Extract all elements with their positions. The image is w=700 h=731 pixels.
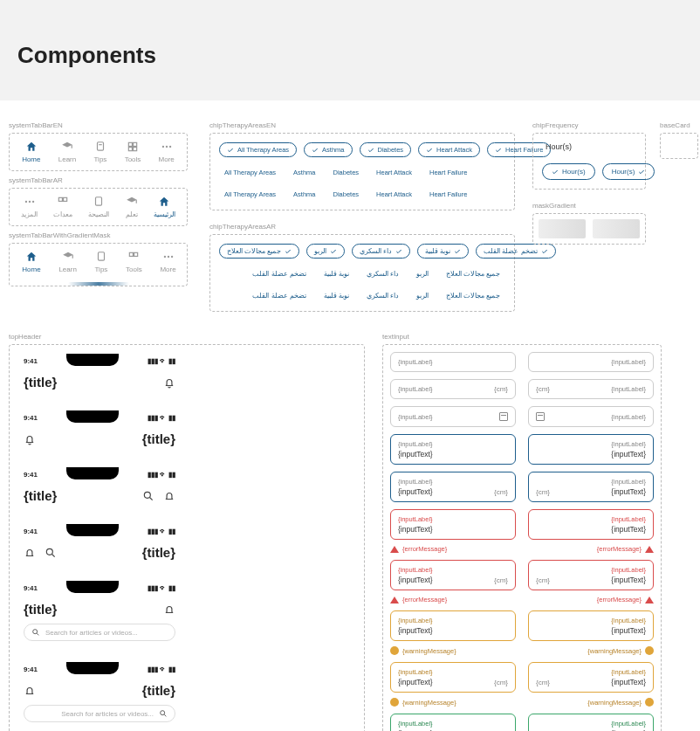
tab-tools-ar[interactable]: معدات: [53, 196, 72, 218]
tab-learn[interactable]: Learn: [58, 251, 76, 273]
bell-icon[interactable]: [24, 685, 36, 697]
tab-home[interactable]: Home: [22, 251, 40, 273]
bell-icon[interactable]: [24, 433, 36, 445]
chip[interactable]: الربو: [306, 244, 345, 259]
search-icon[interactable]: [142, 490, 154, 502]
chip[interactable]: داء السكري: [352, 244, 410, 259]
tab-more-ar[interactable]: المزيد: [21, 196, 38, 218]
text-input-error-rtl[interactable]: {inputLabel}{inputText}{cm}: [528, 560, 654, 590]
chip-plain[interactable]: All Therapy Areas: [219, 166, 281, 179]
text-input-rtl[interactable]: {inputLabel}: [528, 406, 654, 427]
text-input-error-rtl[interactable]: {inputLabel}{inputText}: [528, 509, 654, 540]
header-variant: 9:41▮▮▮ᯤ▮▮ {title}: [17, 465, 182, 510]
text-input-error[interactable]: {inputLabel}{inputText}{cm}: [390, 560, 516, 590]
bell-icon[interactable]: [24, 547, 36, 559]
bell-icon[interactable]: [163, 603, 175, 616]
chip-frequency: Hour(s) Hour(s) Hour(s): [532, 133, 646, 190]
chip[interactable]: All Therapy Areas: [219, 142, 297, 157]
tab-more[interactable]: More: [159, 141, 175, 163]
freq-chip[interactable]: Hour(s): [602, 163, 655, 180]
text-input-rtl[interactable]: {inputLabel}: [528, 352, 654, 372]
chip-plain[interactable]: داء السكري: [361, 289, 404, 302]
text-input[interactable]: {inputLabel}: [390, 352, 516, 372]
chip-plain[interactable]: الربو: [411, 267, 434, 280]
search-icon: [31, 628, 40, 637]
check-icon: [552, 169, 559, 176]
bell-icon[interactable]: [163, 490, 175, 502]
check-icon: [367, 147, 374, 154]
system-tabbar-ar: المزيد معدات النصيحة تعلم: [9, 188, 188, 226]
search-icon[interactable]: [45, 547, 57, 559]
chip-plain[interactable]: Heart Failure: [424, 166, 472, 179]
tab-tips[interactable]: Tips: [94, 141, 107, 163]
text-input-warning[interactable]: {inputLabel}{inputText}: [390, 610, 516, 641]
svg-rect-15: [98, 252, 104, 260]
chip[interactable]: تضخم عضلة القلب: [476, 244, 555, 259]
chip-plain[interactable]: نوبة قلبية: [319, 289, 354, 302]
chip-plain[interactable]: Asthma: [288, 166, 320, 179]
chip-plain[interactable]: Heart Attack: [371, 166, 417, 179]
svg-rect-17: [134, 252, 138, 256]
text-input-warning-rtl[interactable]: {inputLabel}{inputText}{cm}: [528, 662, 654, 693]
text-input-warning-rtl[interactable]: {inputLabel}{inputText}: [528, 610, 654, 641]
chip-plain[interactable]: Heart Attack: [371, 188, 417, 201]
tab-tips-ar[interactable]: النصيحة: [88, 196, 109, 218]
text-input-focus-rtl[interactable]: {inputLabel}{inputText}{cm}: [528, 472, 654, 502]
tab-home-ar[interactable]: الرئيسية: [154, 196, 175, 218]
chip-therapy-en: All Therapy Areas Asthma Diabetes Heart …: [209, 133, 515, 210]
tab-learn[interactable]: Learn: [58, 141, 76, 163]
text-input-focus[interactable]: {inputLabel}{inputText}: [390, 434, 516, 465]
tab-learn-ar[interactable]: تعلم: [126, 196, 138, 218]
search-input[interactable]: Search for articles or videos...: [24, 624, 175, 641]
section-label: topHeader: [9, 333, 365, 341]
chip-plain[interactable]: Diabetes: [328, 188, 365, 201]
chip[interactable]: جميع مجالات العلاج: [219, 244, 299, 259]
tab-tools[interactable]: Tools: [125, 141, 141, 163]
text-input-rtl[interactable]: {inputLabel}{cm}: [528, 379, 654, 399]
check-icon: [541, 248, 548, 255]
chip[interactable]: Diabetes: [360, 142, 412, 157]
text-input[interactable]: {inputLabel}{cm}: [390, 379, 516, 399]
tab-tools[interactable]: Tools: [126, 251, 142, 273]
chip-plain[interactable]: جميع مجالات العلاج: [441, 267, 505, 280]
svg-point-6: [161, 146, 163, 148]
chip-plain[interactable]: نوبة قلبية: [319, 267, 354, 280]
text-input-success-rtl[interactable]: {inputLabel}{inputText}: [528, 714, 654, 731]
text-input-success[interactable]: {inputLabel}{inputText}: [390, 714, 516, 731]
warning-icon: [645, 698, 654, 707]
search-input[interactable]: Search for articles or videos...: [24, 705, 175, 722]
warning-message: {warningMessage}: [528, 698, 654, 707]
tab-more[interactable]: More: [160, 251, 175, 273]
chip-plain[interactable]: Asthma: [288, 188, 320, 201]
chip-plain[interactable]: Heart Failure: [424, 188, 472, 201]
check-icon: [495, 147, 502, 154]
text-input-focus[interactable]: {inputLabel}{inputText}{cm}: [390, 472, 516, 502]
chip-plain[interactable]: تضخم عضلة القلب: [247, 289, 311, 302]
check-icon: [395, 248, 402, 255]
chip-plain[interactable]: Diabetes: [328, 166, 365, 179]
alert-icon: [390, 597, 399, 603]
freq-chip[interactable]: Hour(s): [542, 163, 595, 180]
text-input-warning[interactable]: {inputLabel}{inputText}{cm}: [390, 662, 516, 693]
text-input-focus-rtl[interactable]: {inputLabel}{inputText}: [528, 434, 654, 465]
chip-plain[interactable]: تضخم عضلة القلب: [247, 267, 311, 280]
tab-home[interactable]: Home: [22, 141, 40, 163]
text-input-error[interactable]: {inputLabel}{inputText}: [390, 509, 516, 540]
chip[interactable]: Asthma: [304, 142, 352, 157]
bell-icon[interactable]: [163, 376, 175, 389]
section-label: systemTabBarWithGradientMask: [9, 231, 192, 239]
section-label: textInput: [382, 333, 662, 341]
tab-tips[interactable]: Tips: [95, 251, 108, 273]
chip-plain[interactable]: داء السكري: [361, 267, 404, 280]
system-tabbar-gradient: Home Learn Tips Tools: [9, 243, 188, 286]
text-input[interactable]: {inputLabel}: [390, 406, 516, 427]
section-label: systemTabBarAR: [9, 176, 192, 184]
chip-plain[interactable]: All Therapy Areas: [219, 188, 281, 201]
chip[interactable]: نوبة قلبية: [417, 244, 469, 259]
status-time: 9:41: [24, 357, 38, 365]
svg-point-20: [170, 256, 172, 258]
check-icon: [227, 147, 234, 154]
chip-plain[interactable]: الربو: [411, 289, 434, 302]
chip[interactable]: Heart Attack: [418, 142, 480, 157]
chip-plain[interactable]: جميع مجالات العلاج: [441, 289, 505, 302]
